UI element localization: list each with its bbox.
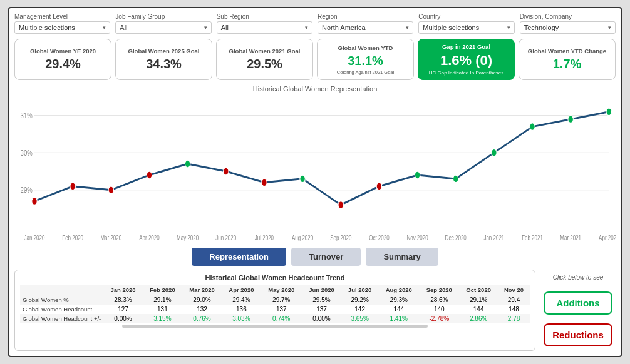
cell-2-9: 2.86% — [459, 314, 498, 323]
filter-region-label: Region — [318, 13, 413, 20]
table-header-11: Nov 20 — [498, 285, 530, 295]
filter-sub-region: Sub Region All ▾ — [217, 13, 312, 34]
kpi-row: Global Women YE 202029.4%Global Women 20… — [14, 39, 616, 80]
kpi-1: Global Women YE 202029.4% — [14, 39, 111, 80]
svg-text:Dec 2020: Dec 2020 — [445, 234, 467, 242]
cell-1-10: 148 — [498, 305, 530, 314]
cell-1-5: 137 — [302, 305, 341, 314]
cell-0-4: 29.7% — [261, 295, 302, 305]
cell-1-0: 127 — [103, 305, 143, 314]
cell-0-8: 28.6% — [419, 295, 459, 305]
svg-text:Jun 2020: Jun 2020 — [215, 234, 236, 242]
cell-0-9: 29.1% — [459, 295, 498, 305]
cell-2-2: 0.76% — [182, 314, 222, 323]
svg-text:30%: 30% — [21, 148, 33, 157]
chart-section: Historical Global Women Representation 3… — [14, 85, 616, 244]
svg-text:31%: 31% — [21, 111, 33, 120]
svg-point-31 — [376, 183, 382, 190]
svg-text:Jan 2021: Jan 2021 — [483, 234, 504, 242]
svg-text:Apr 2020: Apr 2020 — [139, 234, 160, 242]
main-container: Management Level Multiple selections ▾ J… — [8, 7, 622, 357]
cell-0-5: 29.5% — [302, 295, 341, 305]
filter-country-select[interactable]: Multiple selections ▾ — [418, 21, 514, 34]
filter-division-select[interactable]: Technology ▾ — [520, 21, 616, 34]
svg-text:Sep 2020: Sep 2020 — [330, 234, 352, 242]
cell-0-2: 29.0% — [182, 295, 222, 305]
filter-sub-region-select[interactable]: All ▾ — [217, 21, 312, 34]
svg-text:Aug 2020: Aug 2020 — [292, 234, 314, 242]
filter-management-level-select[interactable]: Multiple selections ▾ — [14, 21, 110, 34]
svg-text:Apr 2021: Apr 2021 — [599, 234, 616, 242]
right-panel: Click below to see Additions Reductions — [540, 270, 616, 351]
svg-text:Mar 2021: Mar 2021 — [560, 234, 581, 242]
additions-button[interactable]: Additions — [544, 291, 612, 315]
svg-text:Jul 2020: Jul 2020 — [255, 234, 274, 242]
cell-2-5: 0.00% — [302, 314, 341, 323]
svg-point-22 — [32, 198, 38, 205]
data-table: Jan 2020Feb 2020Mar 2020Apr 2020May 2020… — [20, 285, 530, 323]
cell-0-3: 29.4% — [222, 295, 261, 305]
filter-region: Region North America ▾ — [318, 13, 413, 34]
svg-text:Nov 2020: Nov 2020 — [406, 234, 428, 242]
kpi-3: Global Women 2021 Goal29.5% — [216, 39, 313, 80]
bottom-section: Historical Global Women Headcount Trend … — [14, 270, 616, 351]
table-header-7: Jul 2020 — [341, 285, 378, 295]
cell-2-3: 3.03% — [222, 314, 261, 323]
table-header-5: May 2020 — [261, 285, 302, 295]
chevron-down-icon: ▾ — [406, 24, 409, 31]
click-label: Click below to see — [553, 274, 604, 281]
kpi-4-value: 31.1% — [348, 54, 383, 68]
filter-job-family-value: All — [120, 24, 127, 31]
filter-job-family-select[interactable]: All ▾ — [115, 21, 211, 34]
svg-point-25 — [147, 171, 152, 179]
filter-sub-region-value: All — [221, 24, 229, 31]
cell-2-1: 3.15% — [143, 314, 182, 323]
cell-0-6: 29.2% — [341, 295, 378, 305]
filter-management-level-value: Multiple selections — [19, 24, 75, 31]
cell-1-2: 132 — [182, 305, 222, 314]
table-header-1: Jan 2020 — [103, 285, 143, 295]
chevron-down-icon: ▾ — [507, 24, 510, 31]
svg-point-32 — [415, 171, 420, 179]
svg-point-36 — [568, 116, 574, 123]
svg-text:Oct 2020: Oct 2020 — [369, 234, 390, 242]
cell-2-8: -2.78% — [419, 314, 459, 323]
filters-row: Management Level Multiple selections ▾ J… — [14, 13, 616, 34]
cell-2-4: 0.74% — [261, 314, 302, 323]
filter-division-label: Division, Company — [520, 13, 616, 20]
reductions-button[interactable]: Reductions — [544, 323, 612, 346]
svg-text:Feb 2021: Feb 2021 — [522, 234, 543, 242]
chevron-down-icon: ▾ — [204, 24, 207, 31]
table-row-1: Global Women Headcount127131132136137137… — [20, 305, 530, 314]
tab-summary[interactable]: Summary — [366, 248, 438, 266]
table-header-10: Oct 2020 — [459, 285, 498, 295]
tab-representation[interactable]: Representation — [192, 248, 286, 266]
row-label-2: Global Women Headcount +/- — [20, 314, 103, 323]
filter-job-family-label: Job Family Group — [115, 13, 211, 20]
kpi-5-value: 1.6% (0) — [440, 53, 492, 69]
svg-point-24 — [108, 186, 114, 194]
svg-point-34 — [492, 149, 497, 156]
kpi-4-subtitle: Coloring Against 2021 Goal — [337, 69, 394, 75]
kpi-2: Global Women 2025 Goal34.3% — [115, 39, 212, 80]
kpi-4-title: Global Women YTD — [338, 44, 393, 51]
tab-turnover[interactable]: Turnover — [291, 248, 361, 266]
kpi-2-value: 34.3% — [146, 57, 182, 71]
table-header-0 — [20, 285, 103, 295]
table-panel-title: Historical Global Women Headcount Trend — [20, 274, 530, 281]
cell-0-7: 29.3% — [378, 295, 419, 305]
row-label-0: Global Women % — [20, 295, 103, 305]
table-row-2: Global Women Headcount +/-0.00%3.15%0.76… — [20, 314, 530, 323]
cell-1-3: 136 — [222, 305, 261, 314]
kpi-5-subtitle: HC Gap Indicated In Parentheses — [429, 70, 504, 76]
chart-title: Historical Global Women Representation — [14, 85, 616, 93]
table-scroll[interactable]: Jan 2020Feb 2020Mar 2020Apr 2020May 2020… — [20, 285, 530, 323]
cell-1-9: 144 — [459, 305, 498, 314]
kpi-6: Global Women YTD Change1.7% — [519, 39, 616, 80]
svg-point-30 — [338, 201, 344, 209]
filter-region-select[interactable]: North America ▾ — [318, 21, 413, 34]
chart-area: 31%30%29%Jan 2020Feb 2020Mar 2020Apr 202… — [14, 95, 616, 244]
svg-point-28 — [262, 179, 267, 186]
cell-2-0: 0.00% — [103, 314, 143, 323]
cell-1-7: 144 — [378, 305, 419, 314]
